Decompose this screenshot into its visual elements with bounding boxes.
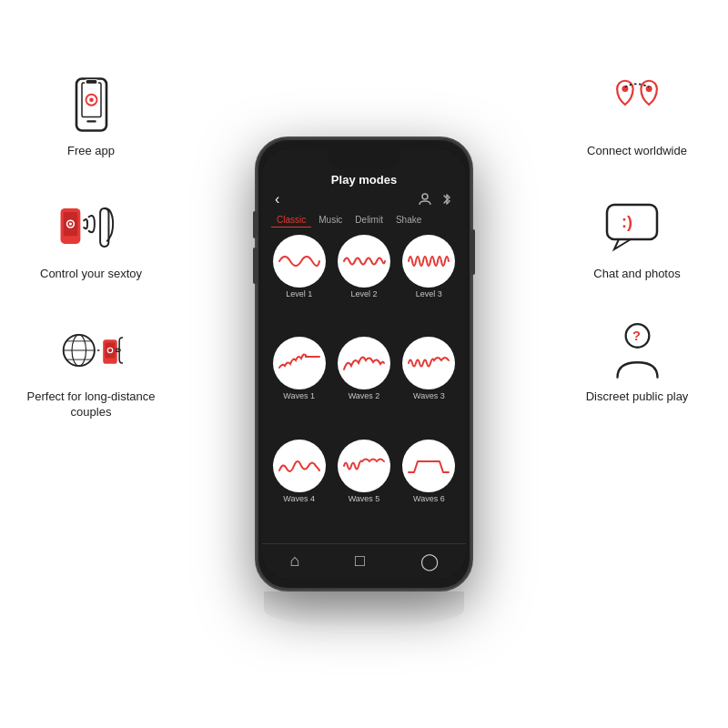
mode-waves3[interactable]: Waves 3	[399, 337, 459, 433]
header-icons	[417, 171, 457, 207]
tab-classic[interactable]: Classic	[271, 213, 311, 228]
svg-text:⎄: ⎄	[116, 345, 121, 354]
mode-waves2[interactable]: Waves 2	[334, 337, 393, 433]
mode-label-waves5: Waves 5	[349, 494, 380, 503]
profile-icon[interactable]	[417, 191, 433, 207]
mode-label-level2: Level 2	[350, 289, 377, 298]
screen-content: ‹ Play modes	[262, 149, 466, 579]
feature-free-app: Free app	[18, 73, 164, 159]
mode-waves1[interactable]: Waves 1	[269, 337, 329, 433]
person-question-icon: ?	[612, 320, 662, 379]
mode-level1[interactable]: Level 1	[269, 235, 329, 331]
mode-grid: Level 1 Level 2	[262, 228, 466, 543]
mode-waves5[interactable]: Waves 5	[334, 440, 393, 536]
phone-screen: ‹ Play modes	[262, 149, 466, 579]
mode-level3[interactable]: Level 3	[399, 235, 459, 331]
svg-point-10	[69, 222, 72, 225]
feature-control: Control your sextoy	[18, 196, 164, 282]
volume-up-button	[253, 211, 257, 238]
control-outline-icon	[59, 200, 123, 255]
discreet-label: Discreet public play	[586, 389, 689, 405]
bluetooth-icon[interactable]	[439, 191, 455, 207]
control-icon	[59, 196, 123, 259]
globe-icon: ⎄	[59, 318, 123, 382]
mode-circle-waves3	[402, 337, 455, 389]
phone-outline-icon	[71, 77, 112, 132]
tabs-bar: Classic Music Delimit Shake	[262, 207, 466, 228]
location-pins-icon	[605, 77, 669, 132]
mode-label-waves3: Waves 3	[413, 391, 445, 400]
mode-label-waves2: Waves 2	[349, 391, 380, 400]
home-nav-button[interactable]: ⌂	[289, 551, 299, 571]
mode-circle-level2	[338, 235, 390, 288]
connect-label: Connect worldwide	[587, 144, 687, 159]
mode-label-waves6: Waves 6	[413, 494, 445, 503]
mode-circle-waves6	[402, 440, 455, 492]
mode-waves4[interactable]: Waves 4	[269, 440, 329, 536]
svg-rect-3	[86, 80, 96, 84]
mode-circle-level1	[273, 235, 326, 288]
mode-circle-level3	[402, 235, 455, 288]
free-app-label: Free app	[67, 144, 115, 159]
svg-text::): :)	[622, 213, 632, 231]
mode-level2[interactable]: Level 2	[334, 235, 393, 331]
globe-outline-icon: ⎄	[59, 323, 123, 378]
mode-label-waves4: Waves 4	[283, 494, 315, 503]
mode-circle-waves4	[273, 440, 326, 492]
long-distance-label: Perfect for long-distance couples	[18, 389, 164, 420]
mode-waves6[interactable]: Waves 6	[399, 440, 459, 536]
tab-music[interactable]: Music	[313, 213, 348, 228]
svg-rect-18	[106, 342, 116, 358]
chat-icon: :)	[605, 196, 669, 259]
left-sidebar: Free app Control your sex	[18, 73, 164, 420]
bottom-nav: ⌂ □ ◯	[262, 543, 466, 579]
tab-delimit[interactable]: Delimit	[349, 213, 389, 228]
mode-circle-waves2	[338, 337, 390, 389]
phone-outer: ‹ Play modes	[255, 136, 473, 592]
mode-circle-waves5	[338, 440, 390, 492]
svg-point-5	[89, 98, 94, 103]
phone-notch	[328, 149, 400, 169]
mode-label-waves1: Waves 1	[283, 391, 315, 400]
mode-label-level3: Level 3	[416, 289, 442, 298]
tab-shake[interactable]: Shake	[390, 213, 427, 228]
chat-label: Chat and photos	[593, 267, 680, 282]
feature-long-distance: ⎄ Perfect for long-distance couples	[18, 318, 164, 420]
svg-point-21	[422, 194, 428, 199]
control-label: Control your sextoy	[40, 267, 142, 282]
mode-circle-waves1	[273, 337, 326, 389]
phone-reflection	[264, 592, 464, 628]
page: Free app Control your sex	[0, 0, 728, 728]
power-button	[471, 229, 475, 275]
back-button[interactable]: ‹	[271, 171, 279, 207]
discreet-icon: ?	[605, 318, 669, 382]
screen-title: Play modes	[331, 173, 397, 187]
profile-nav-button[interactable]: ◯	[420, 551, 439, 571]
phone-icon	[59, 73, 123, 136]
chat-bubble-icon: :)	[605, 200, 669, 255]
feature-chat: :) Chat and photos	[564, 196, 710, 282]
volume-down-button	[253, 248, 257, 284]
svg-rect-6	[86, 120, 96, 122]
mode-label-level1: Level 1	[286, 289, 312, 298]
feature-connect: Connect worldwide	[564, 73, 710, 159]
right-sidebar: Connect worldwide :) Chat and photos ?	[564, 73, 710, 405]
location-icon	[605, 73, 669, 136]
phone-container: ‹ Play modes	[255, 136, 473, 592]
svg-text:?: ?	[632, 329, 641, 344]
feature-discreet: ? Discreet public play	[564, 318, 710, 405]
chat-nav-button[interactable]: □	[355, 551, 365, 571]
